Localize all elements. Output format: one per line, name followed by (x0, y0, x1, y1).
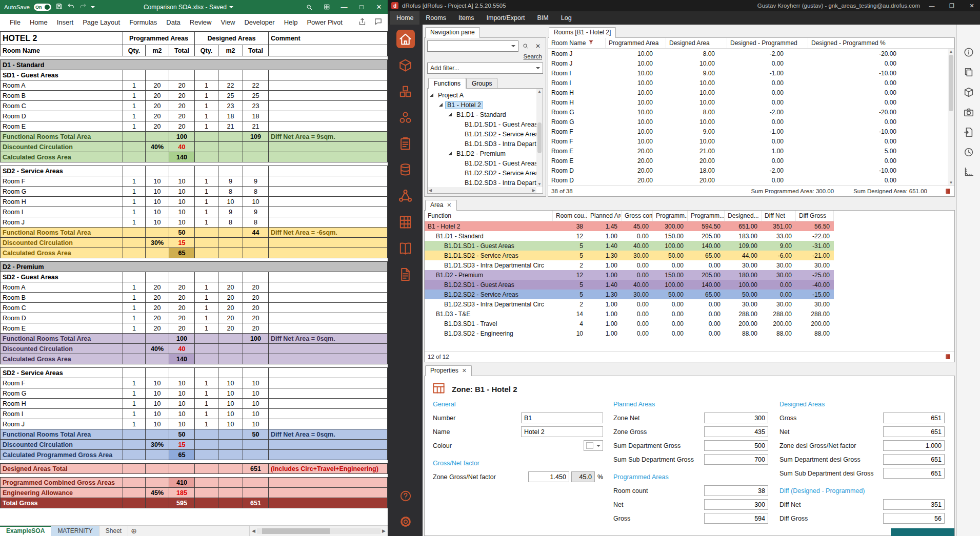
room-value-cell[interactable]: 20 (169, 91, 195, 101)
room-value-cell[interactable]: 23 (218, 101, 243, 111)
empty-cell[interactable] (218, 132, 243, 142)
room-value-cell[interactable]: 25 (218, 91, 243, 101)
field-input-zone-gross-net-factor[interactable] (528, 471, 569, 482)
room-name-cell[interactable]: Room F (1, 176, 123, 187)
empty-cell[interactable] (195, 272, 218, 282)
room-value-cell[interactable]: 20 (243, 323, 269, 334)
empty-cell[interactable] (146, 228, 169, 238)
room-value-cell[interactable]: 10 (218, 197, 243, 207)
empty-cell[interactable] (146, 166, 169, 176)
empty-cell[interactable] (269, 166, 388, 176)
comment-cell[interactable] (269, 248, 388, 258)
area-table-row[interactable]: B1.D2.SD3 - Intra Departmental Circ21.00… (425, 299, 834, 309)
area-column-diff-net[interactable]: Diff Net (762, 211, 796, 221)
designed-total-cell[interactable]: 109 (243, 132, 269, 142)
room-value-cell[interactable]: 20 (169, 282, 195, 293)
room-value-cell[interactable]: 10 (146, 197, 169, 207)
autosave-toggle[interactable]: On (34, 4, 51, 11)
room-value-cell[interactable]: 1 (123, 303, 146, 313)
comment-cell[interactable] (269, 419, 388, 429)
empty-cell[interactable] (146, 70, 169, 80)
comment-cell[interactable]: Diff Net Area = 0sqm. (269, 334, 388, 344)
room-value-cell[interactable]: 9 (243, 176, 269, 187)
empty-cell[interactable] (146, 248, 169, 258)
room-value-cell[interactable]: 9 (218, 207, 243, 217)
total-label-cell[interactable]: Functional Rooms Total Area (1, 132, 123, 142)
empty-cell[interactable] (146, 368, 169, 378)
room-value-cell[interactable]: 21 (218, 121, 243, 132)
empty-cell[interactable] (195, 488, 218, 498)
comments-icon[interactable] (374, 17, 383, 28)
empty-cell[interactable] (269, 272, 388, 282)
programmed-total-cell[interactable]: 50 (169, 228, 195, 238)
programmed-total-cell[interactable]: 50 (169, 429, 195, 440)
room-name-cell[interactable]: Room A (1, 80, 123, 91)
room-value-cell[interactable]: 1 (123, 313, 146, 323)
room-value-cell[interactable]: 1 (195, 282, 218, 293)
room-value-cell[interactable]: 20 (218, 323, 243, 334)
empty-cell[interactable] (146, 334, 169, 344)
column-header-qty-4[interactable]: Qty. (195, 45, 218, 56)
rooms-table-row[interactable]: Room H10.0010.000.000.00 (548, 97, 948, 107)
empty-cell[interactable] (123, 166, 146, 176)
rooms-table-row[interactable]: Room F10.009.00-1.00-10.00 (548, 127, 948, 136)
area-column-room-cou[interactable]: Room cou... (553, 211, 587, 221)
excel-menu-power-pivot[interactable]: Power Pivot (302, 14, 347, 31)
room-value-cell[interactable]: 20 (169, 293, 195, 303)
nav-tab-functions[interactable]: Functions (428, 78, 466, 89)
circulation-total-cell[interactable]: 185 (169, 488, 195, 498)
comment-cell[interactable] (269, 111, 388, 121)
group-header-programmed[interactable]: Programmed Areas (123, 32, 195, 45)
empty-cell[interactable] (123, 450, 146, 460)
room-value-cell[interactable]: 1 (195, 388, 218, 399)
grand-designed-cell[interactable]: 651 (243, 498, 269, 508)
tree-item-b1-d2-premium[interactable]: B1.D2 - Premium (428, 149, 543, 158)
rooms-vertical-scrollbar[interactable]: ▲▼ (948, 49, 954, 185)
comment-cell[interactable] (269, 142, 388, 152)
subsection-label-sd2-service-areas[interactable]: SD2 - Service Areas (1, 166, 123, 176)
rooms-table-row[interactable]: Room J10.0010.000.000.00 (548, 58, 948, 68)
field-input-zone-desi-gross-net-factor[interactable] (883, 440, 945, 451)
expand-icon[interactable] (430, 93, 433, 97)
rooms-table-row[interactable]: Room D20.0018.00-2.00-10.00 (548, 166, 948, 175)
room-name-cell[interactable]: Room D (1, 111, 123, 121)
close-button[interactable]: ✕ (370, 0, 388, 14)
field-input-zone-net[interactable] (704, 413, 768, 423)
empty-cell[interactable] (218, 344, 243, 354)
rooms-table-row[interactable]: Room G10.008.00-2.00-20.00 (548, 107, 948, 117)
rooms-table-row[interactable]: Room H10.0010.000.000.00 (548, 88, 948, 97)
empty-cell[interactable] (123, 354, 146, 364)
tree-item-project-a[interactable]: Project A (428, 90, 543, 100)
empty-cell[interactable] (123, 464, 146, 474)
room-name-cell[interactable]: Room E (1, 323, 123, 334)
circulation-pct-cell[interactable]: 30% (146, 440, 169, 450)
subsection-label-sd2-service-areas[interactable]: SD2 - Service Areas (1, 368, 123, 378)
room-name-cell[interactable]: Room A (1, 282, 123, 293)
tree-item-b1-d2-sd3-intra-departm[interactable]: B1.D2.SD3 - Intra Departm... (428, 178, 543, 188)
comment-cell[interactable] (269, 91, 388, 101)
field-input-name[interactable] (521, 426, 603, 437)
search-dropdown-icon[interactable] (511, 45, 515, 47)
room-value-cell[interactable]: 10 (146, 419, 169, 429)
field-input-zone-gross-net-factor-pct[interactable] (571, 471, 595, 482)
room-value-cell[interactable]: 1 (123, 378, 146, 388)
database-icon[interactable] (396, 160, 415, 179)
room-value-cell[interactable]: 8 (243, 217, 269, 228)
empty-cell[interactable] (218, 70, 243, 80)
field-input-gross[interactable] (883, 413, 945, 423)
comment-cell[interactable]: Diff Net Area = 0sqm. (269, 429, 388, 440)
empty-cell[interactable] (243, 152, 269, 162)
search-input[interactable] (427, 40, 518, 52)
empty-cell[interactable] (195, 334, 218, 344)
group-header-comment[interactable]: Comment (269, 32, 388, 45)
room-name-cell[interactable]: Room H (1, 399, 123, 409)
empty-cell[interactable] (218, 272, 243, 282)
filter-icon[interactable] (588, 39, 594, 47)
programmed-total-cell[interactable] (169, 464, 195, 474)
home-icon[interactable] (396, 30, 415, 48)
room-value-cell[interactable]: 10 (146, 176, 169, 187)
room-value-cell[interactable]: 1 (195, 293, 218, 303)
empty-cell[interactable] (195, 248, 218, 258)
column-header-m2-5[interactable]: m2 (218, 45, 243, 56)
excel-menu-file[interactable]: File (5, 14, 25, 31)
